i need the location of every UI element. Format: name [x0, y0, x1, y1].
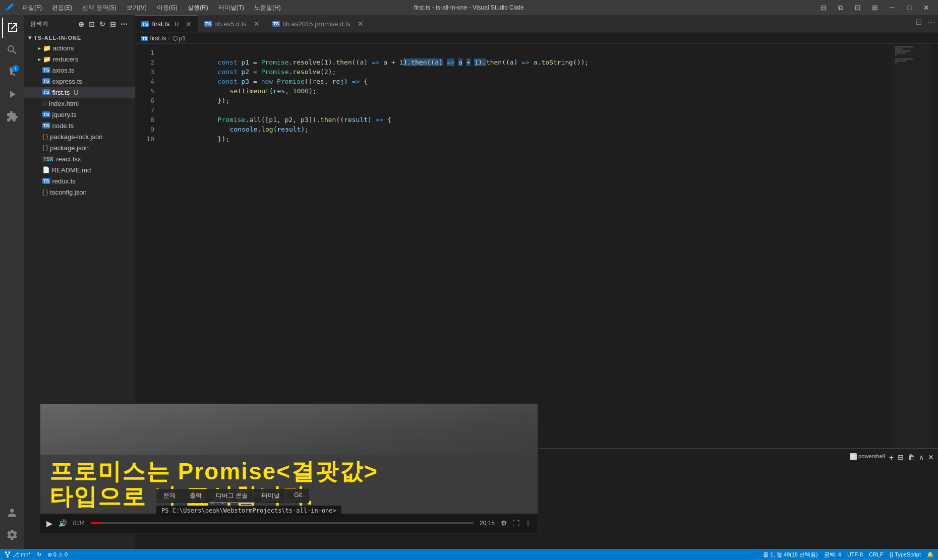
play-button[interactable]: ▶	[46, 519, 52, 528]
menu-edit[interactable]: 편집(E)	[48, 3, 76, 13]
status-right: 줄 1, 열 49(18 선택됨) 공백: 4 UTF-8 CRLF {} Ty…	[763, 551, 934, 558]
video-controls-right: ⚙ ⛶ ⋮	[501, 519, 532, 527]
language-mode[interactable]: {} TypeScript	[890, 551, 921, 557]
tab-lib-es5[interactable]: TS lib.es5.d.ts ✕	[198, 15, 266, 32]
tab-first-ts[interactable]: TS first.ts U ✕	[135, 15, 198, 32]
new-file-icon[interactable]: ⊕	[77, 19, 86, 29]
sidebar-item-node[interactable]: TS node.ts	[24, 120, 135, 131]
line-num-2: 2	[135, 57, 154, 67]
bell-icon: 🔔	[927, 551, 934, 558]
maximize-panel-icon[interactable]: ∧	[919, 453, 924, 462]
activity-run[interactable]	[2, 84, 22, 104]
volume-button[interactable]: 🔊	[58, 519, 67, 527]
sidebar-item-actions[interactable]: ▸ 📁 actions	[24, 42, 135, 53]
json-file-icon: { }	[42, 189, 48, 196]
eol-text: CRLF	[869, 551, 884, 557]
sidebar-item-index[interactable]: ◇ index.html	[24, 98, 135, 109]
menu-terminal[interactable]: 터미널(T)	[214, 3, 248, 13]
ts-file-icon: TS	[42, 89, 50, 95]
split-icon[interactable]: ⧉	[834, 1, 847, 14]
code-editor[interactable]: const p1 = Promise.resolve(1).then((a) =…	[160, 44, 893, 448]
current-time: 0:34	[73, 520, 85, 527]
menu-selection[interactable]: 선택 영역(S)	[78, 3, 120, 13]
activity-search[interactable]	[2, 40, 22, 60]
refresh-icon[interactable]: ↻	[98, 19, 107, 29]
tab-close-button[interactable]: ✕	[186, 20, 192, 28]
overlay-tab-git[interactable]: Git	[287, 489, 309, 503]
add-terminal-icon[interactable]: +	[889, 453, 894, 462]
menu-run[interactable]: 실행(R)	[184, 3, 212, 13]
menu-file[interactable]: 파일(F)	[18, 3, 46, 13]
menu-goto[interactable]: 이동(G)	[153, 3, 182, 13]
sidebar-item-label: express.ts	[52, 78, 82, 85]
tab-lib-es2015[interactable]: TS lib.es2015.promise.d.ts ✕	[266, 15, 367, 32]
activity-extensions[interactable]	[2, 106, 22, 127]
sidebar-item-label: actions	[53, 44, 74, 52]
encoding[interactable]: UTF-8	[847, 551, 863, 557]
fullscreen-icon[interactable]: ⛶	[512, 519, 519, 527]
sidebar-item-jquery[interactable]: TS jquery.ts	[24, 109, 135, 120]
menu-help[interactable]: 노움말(H)	[250, 3, 285, 13]
minimize-button[interactable]: ─	[886, 1, 899, 14]
html-file-icon: ◇	[42, 100, 47, 107]
activity-accounts[interactable]	[2, 503, 22, 523]
tab-label: lib.es5.d.ts	[215, 20, 247, 28]
cursor-position[interactable]: 줄 1, 열 49(18 선택됨)	[763, 551, 817, 558]
maximize-button[interactable]: □	[903, 1, 916, 14]
sidebar-project-root[interactable]: ▾ TS-ALL-IN-ONE	[24, 33, 135, 42]
overlay-tab-debug[interactable]: 디버그 콘솔	[209, 489, 255, 503]
overlay-tab-output[interactable]: 출력	[183, 489, 209, 503]
sidebar-item-axios[interactable]: TS axios.ts	[24, 65, 135, 76]
close-panel-icon[interactable]: ✕	[928, 453, 934, 462]
sidebar-item-readme[interactable]: 📄 README.md	[24, 164, 135, 175]
activity-settings[interactable]	[2, 525, 22, 545]
branch-status[interactable]: ⎇ mn*	[4, 551, 31, 558]
split-terminal-icon[interactable]: ⊟	[898, 453, 904, 462]
split-editor-icon[interactable]: ⊡	[912, 15, 925, 28]
more-icon[interactable]: ⋯	[120, 19, 129, 29]
tab-modified-badge: U	[174, 21, 179, 27]
tab-close-button[interactable]: ✕	[358, 20, 364, 28]
sidebar-item-package-lock[interactable]: { } package-lock.json	[24, 131, 135, 142]
sidebar-item-tsconfig[interactable]: { } tsconfig.json	[24, 186, 135, 198]
layout-icon[interactable]: ⊟	[817, 1, 830, 14]
new-folder-icon[interactable]: ⊡	[88, 19, 96, 29]
more-video-icon[interactable]: ⋮	[524, 519, 532, 527]
video-progress-bar[interactable]	[91, 522, 474, 524]
sync-status[interactable]: ↻	[37, 551, 41, 558]
ts-tab-icon: TS	[204, 21, 212, 27]
video-progress-fill	[91, 522, 101, 524]
settings-video-icon[interactable]: ⚙	[501, 519, 507, 527]
activity-source-control[interactable]: 1	[2, 62, 22, 82]
sidebar-toggle[interactable]: ⊡	[851, 1, 864, 14]
window-controls: ⊟ ⧉ ⊡ ⊞ ─ □ ✕	[817, 1, 933, 14]
collapse-icon[interactable]: ⊟	[109, 19, 118, 29]
delete-terminal-icon[interactable]: 🗑	[908, 453, 915, 462]
panel-toggle[interactable]: ⊞	[868, 1, 882, 14]
indentation[interactable]: 공백: 4	[824, 551, 841, 558]
sidebar-item-package-json[interactable]: { } package.json	[24, 142, 135, 153]
tab-close-button[interactable]: ✕	[254, 20, 260, 28]
sidebar-item-label: first.ts	[52, 89, 70, 96]
sidebar-item-redux[interactable]: TS redux.ts	[24, 175, 135, 186]
errors-status[interactable]: ⊗ 0 ⚠ 0	[47, 551, 68, 558]
sidebar-title: 탐색기	[30, 20, 48, 28]
more-actions-icon[interactable]: ⋯	[925, 15, 938, 28]
close-button[interactable]: ✕	[920, 1, 933, 14]
sidebar-item-reducers[interactable]: ▸ 📁 reducers	[24, 53, 135, 65]
overlay-tab-problems[interactable]: 문제	[156, 489, 183, 503]
vscode-logo	[5, 3, 14, 12]
eol[interactable]: CRLF	[869, 551, 884, 557]
vertical-scrollbar[interactable]	[933, 44, 938, 448]
line-num-4: 4	[135, 77, 154, 86]
menu-view[interactable]: 보기(V)	[123, 3, 151, 13]
sidebar-item-label: node.ts	[52, 122, 74, 130]
code-line-1: const p1 = Promise.resolve(1).then((a) =…	[162, 48, 893, 57]
sidebar-item-express[interactable]: TS express.ts	[24, 76, 135, 87]
sidebar-item-first-ts[interactable]: TS first.ts U	[24, 87, 135, 98]
notifications[interactable]: 🔔	[927, 551, 934, 558]
sidebar-item-react[interactable]: TSX react.tsx	[24, 153, 135, 164]
title-bar-left: 파일(F) 편집(E) 선택 영역(S) 보기(V) 이동(G) 실행(R) 터…	[5, 3, 285, 13]
overlay-tab-terminal[interactable]: 터미널	[255, 489, 287, 503]
activity-explorer[interactable]	[2, 18, 22, 38]
